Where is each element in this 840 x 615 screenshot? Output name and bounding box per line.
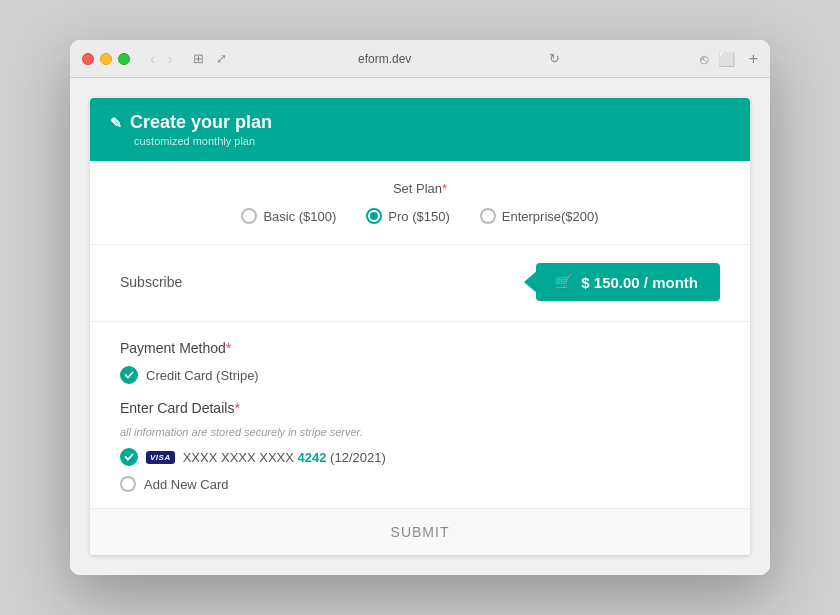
- browser-content: ✎ Create your plan customized monthly pl…: [70, 78, 770, 575]
- forward-button[interactable]: ›: [163, 48, 176, 70]
- form-subtitle: customized monthly plan: [134, 135, 730, 147]
- form-header: ✎ Create your plan customized monthly pl…: [90, 98, 750, 161]
- address-bar: eform.dev: [235, 52, 535, 66]
- payment-credit-card-label: Credit Card (Stripe): [146, 368, 259, 383]
- plan-label-basic: Basic ($100): [263, 209, 336, 224]
- window-icon[interactable]: ⬜: [718, 51, 735, 67]
- form-title: Create your plan: [130, 112, 272, 133]
- card-details-label: Enter Card Details*: [120, 400, 720, 416]
- plan-label-enterprise: Enterprise($200): [502, 209, 599, 224]
- set-plan-label: Set Plan*: [120, 181, 720, 196]
- subscribe-badge: 🛒 $ 150.00 / month: [536, 263, 720, 301]
- close-button[interactable]: [82, 53, 94, 65]
- plan-option-basic[interactable]: Basic ($100): [241, 208, 336, 224]
- plan-options: Basic ($100) Pro ($150) Enterprise($200): [120, 208, 720, 224]
- card-last4: 4242: [298, 450, 327, 465]
- saved-card-row[interactable]: VISA XXXX XXXX XXXX 4242 (12/2021): [120, 448, 720, 466]
- traffic-lights: [82, 53, 130, 65]
- plan-radio-basic[interactable]: [241, 208, 257, 224]
- subscribe-row: Subscribe 🛒 $ 150.00 / month: [120, 263, 720, 301]
- nav-buttons: ‹ ›: [146, 48, 177, 70]
- subscribe-label: Subscribe: [120, 274, 182, 290]
- card-details-section: Enter Card Details* all information are …: [120, 400, 720, 492]
- submit-button[interactable]: SUBMIT: [391, 524, 450, 540]
- add-new-card-label: Add New Card: [144, 477, 229, 492]
- saved-card-check-icon[interactable]: [120, 448, 138, 466]
- payment-method-label: Payment Method*: [120, 340, 720, 356]
- payment-check-icon[interactable]: [120, 366, 138, 384]
- form-card: ✎ Create your plan customized monthly pl…: [90, 98, 750, 555]
- cart-icon: 🛒: [554, 273, 573, 291]
- payment-method-section: Payment Method* Credit Card (Stripe): [120, 340, 720, 384]
- back-button[interactable]: ‹: [146, 48, 159, 70]
- plan-option-pro[interactable]: Pro ($150): [366, 208, 449, 224]
- form-header-title: ✎ Create your plan: [110, 112, 730, 133]
- titlebar: ‹ › ⊞ ⤢ eform.dev ↻ ⎋ ⬜ +: [70, 40, 770, 78]
- divider-2: [90, 321, 750, 322]
- visa-badge: VISA: [146, 451, 175, 464]
- card-details-sublabel: all information are stored securely in s…: [120, 426, 720, 438]
- plan-radio-pro[interactable]: [366, 208, 382, 224]
- add-card-radio[interactable]: [120, 476, 136, 492]
- plan-option-enterprise[interactable]: Enterprise($200): [480, 208, 599, 224]
- card-checkmark-icon: [124, 452, 134, 462]
- fullscreen-icon: ⤢: [216, 51, 227, 66]
- card-masked-number: XXXX XXXX XXXX 4242 (12/2021): [183, 450, 386, 465]
- browser-window: ‹ › ⊞ ⤢ eform.dev ↻ ⎋ ⬜ + ✎ Create your …: [70, 40, 770, 575]
- toolbar-right: ⎋ ⬜ +: [700, 50, 758, 68]
- checkmark-icon: [124, 370, 134, 380]
- minimize-button[interactable]: [100, 53, 112, 65]
- url-text: eform.dev: [358, 52, 411, 66]
- add-new-card-option[interactable]: Add New Card: [120, 476, 720, 492]
- add-tab-button[interactable]: +: [749, 50, 758, 68]
- reload-icon[interactable]: ↻: [549, 51, 560, 66]
- form-body: Set Plan* Basic ($100) Pro ($150) Enterp…: [90, 161, 750, 555]
- divider-1: [90, 244, 750, 245]
- tab-icon: ⊞: [193, 51, 204, 66]
- plan-radio-enterprise[interactable]: [480, 208, 496, 224]
- subscribe-amount: $ 150.00 / month: [581, 274, 698, 291]
- share-icon[interactable]: ⎋: [700, 51, 708, 67]
- pencil-icon: ✎: [110, 115, 122, 131]
- maximize-button[interactable]: [118, 53, 130, 65]
- payment-credit-card-option[interactable]: Credit Card (Stripe): [120, 366, 720, 384]
- submit-row: SUBMIT: [90, 508, 750, 555]
- plan-label-pro: Pro ($150): [388, 209, 449, 224]
